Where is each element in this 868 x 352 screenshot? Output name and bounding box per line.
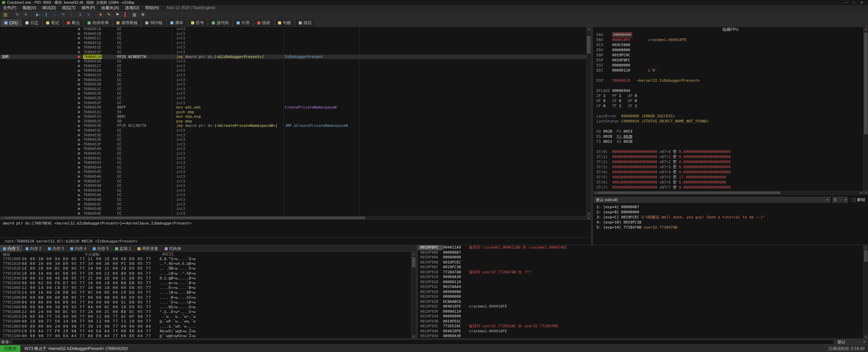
step-over-button[interactable]: ↷ bbox=[59, 12, 67, 18]
instruction-dot[interactable] bbox=[78, 203, 80, 206]
register-line[interactable]: EAX 00000000 bbox=[596, 32, 863, 37]
tab-trace[interactable]: 跟踪 bbox=[295, 19, 315, 26]
disasm-row[interactable]: 7680A5355Dpop ebp bbox=[0, 119, 586, 124]
instruction-dot[interactable] bbox=[78, 134, 80, 136]
scroll-track[interactable] bbox=[864, 31, 868, 190]
scroll-down-arrow[interactable]: ▾ bbox=[864, 190, 868, 195]
dump-tab-struct[interactable]: 结构体 bbox=[162, 245, 185, 252]
stack-row[interactable]: 0019F93000000110 bbox=[418, 309, 863, 314]
instruction-dot[interactable] bbox=[78, 70, 80, 72]
dump-row[interactable]: 7795104030 00 32 00 40 D8 95 77 2C 00 2E… bbox=[0, 276, 411, 281]
tab-breakpoints[interactable]: 断点 bbox=[63, 19, 84, 26]
disasm-row[interactable]: 7680A54ACCint3 bbox=[0, 193, 586, 197]
tab-symbols[interactable]: 符号 bbox=[187, 19, 208, 26]
pause-button[interactable]: ∥ bbox=[42, 12, 50, 18]
stack-row[interactable]: 0019F9080019FCEC bbox=[418, 260, 863, 265]
depth-spinner[interactable]: 5 ▴▾ bbox=[832, 197, 848, 203]
register-line[interactable]: LastStatus C0000034 (STATUS_OBJECT_NAME_… bbox=[596, 119, 863, 124]
stack-row[interactable]: 0019F928DCBAABCD bbox=[418, 299, 863, 305]
disasm-row[interactable]: 7680A52BCCint3 bbox=[0, 82, 586, 87]
disasm-hscrollbar[interactable]: ◂ ▸ bbox=[0, 216, 591, 220]
instruction-dot[interactable] bbox=[78, 166, 80, 169]
dump-row[interactable]: 7795101008 00 2A 00 34 D9 95 77 34 00 36… bbox=[0, 261, 411, 266]
stack-row[interactable]: 0019F91C00250AA4 bbox=[418, 285, 863, 290]
register-line[interactable]: GS 002B FS 0053 bbox=[596, 129, 863, 134]
menu-item-0[interactable]: 文件(F) bbox=[0, 5, 19, 11]
register-line[interactable]: EBX 004010FE crackme1.004010FE bbox=[596, 37, 863, 42]
scroll-thumb[interactable] bbox=[597, 192, 780, 194]
stack-row[interactable]: 0019F9380019FD1C bbox=[418, 319, 863, 324]
disasm-row[interactable]: 7680A54CCCint3 bbox=[0, 202, 586, 207]
dump-tab-memory-5[interactable]: 内存 5 bbox=[90, 245, 112, 252]
dump-row[interactable]: 7795100036 00 38 00 94 D9 95 77 1C 00 1E… bbox=[0, 257, 411, 261]
menu-item-5[interactable]: 收藏夹(A) bbox=[98, 5, 122, 11]
stack-row[interactable]: 0019F94400060A30 bbox=[418, 334, 863, 338]
dump-tab-locals[interactable]: 局部变量 bbox=[134, 245, 162, 252]
highlight-button[interactable]: ▍ bbox=[122, 12, 130, 18]
instruction-dot[interactable] bbox=[78, 79, 80, 81]
disasm-row[interactable]: 7680A51ACCint3 bbox=[0, 27, 586, 32]
tab-handles[interactable]: 句柄 bbox=[274, 19, 295, 26]
registers-vscrollbar[interactable]: ▴ ▾ bbox=[863, 27, 868, 195]
stack-row[interactable]: 0019F8FC004011A9返回到 crackme1.004011A9 自 … bbox=[418, 245, 863, 250]
instruction-dot[interactable] bbox=[78, 33, 80, 35]
register-line[interactable]: EIP 7680A520 <kernel32.IsDebuggerPresent… bbox=[596, 78, 863, 83]
instruction-dot[interactable] bbox=[78, 42, 80, 44]
disasm-row[interactable]: 7680A54BCCint3 bbox=[0, 197, 586, 202]
scroll-thumb[interactable] bbox=[864, 250, 868, 262]
scroll-up-arrow[interactable]: ▴ bbox=[864, 245, 868, 250]
scroll-thumb[interactable] bbox=[587, 36, 591, 54]
scroll-left-arrow[interactable]: ◂ bbox=[593, 191, 597, 194]
animate-button[interactable]: » bbox=[85, 12, 92, 18]
disasm-row[interactable]: 7680A53CCCint3 bbox=[0, 128, 586, 133]
argument-row[interactable]: 2: [esp+8] 00000000 bbox=[596, 210, 867, 215]
instruction-dot[interactable] bbox=[78, 88, 80, 90]
instruction-dot[interactable] bbox=[78, 102, 80, 104]
register-line[interactable]: OF 0 SF 0 DF 0 bbox=[596, 98, 863, 103]
register-line[interactable]: ST(4) 00000000000000000000 x87r4 空 0.000… bbox=[596, 170, 863, 175]
disasm-row[interactable]: 7680A541CCint3 bbox=[0, 151, 586, 156]
scroll-down-arrow[interactable]: ▾ bbox=[587, 212, 591, 216]
hide-fpu-button[interactable]: 隐藏FPU bbox=[722, 27, 739, 32]
tab-source[interactable]: 源代码 bbox=[208, 19, 233, 26]
instruction-dot[interactable] bbox=[78, 162, 80, 164]
instruction-dot[interactable] bbox=[78, 51, 80, 53]
register-line[interactable]: ST(7) 00000000000000000000 x87r7 空 0.000… bbox=[596, 185, 863, 190]
scroll-down-arrow[interactable]: ▾ bbox=[411, 334, 416, 338]
instruction-dot[interactable] bbox=[78, 97, 80, 99]
register-line[interactable]: ST(5) 40038800000000000000 x87r5 空 17.00… bbox=[596, 175, 863, 180]
scroll-up-arrow[interactable]: ▴ bbox=[411, 252, 416, 256]
disasm-row[interactable]: 7680A528CCint3 bbox=[0, 68, 586, 73]
disasm-row[interactable]: 7680A54DCCint3 bbox=[0, 207, 586, 211]
register-line[interactable] bbox=[596, 144, 863, 149]
scroll-right-arrow[interactable]: ▸ bbox=[859, 191, 863, 194]
disasm-row[interactable]: 7680A529CCint3 bbox=[0, 73, 586, 78]
instruction-dot[interactable] bbox=[78, 93, 80, 95]
register-line[interactable]: ST(2) 00000000000000000000 x87r2 空 0.000… bbox=[596, 159, 863, 164]
scroll-thumb[interactable] bbox=[412, 257, 415, 267]
patch-button[interactable]: ✚ bbox=[97, 12, 104, 18]
tab-notes[interactable]: 笔记 bbox=[42, 19, 63, 26]
stack-row[interactable]: 0019F92400000000 bbox=[418, 294, 863, 299]
disasm-row[interactable]: 7680A5308BFFmov edi,ediCreatePrivateName… bbox=[0, 105, 586, 110]
register-line[interactable] bbox=[596, 109, 863, 114]
disasm-row[interactable]: 7680A51BCCint3 bbox=[0, 32, 586, 36]
tab-seh[interactable]: SEH链 bbox=[142, 19, 166, 26]
disasm-row[interactable]: 7680A52CCCint3 bbox=[0, 87, 586, 92]
run-to-user-code-button[interactable]: ⇓ bbox=[76, 12, 84, 18]
comment-button[interactable]: ✎ bbox=[105, 12, 113, 18]
disasm-row[interactable]: 7680A51ECCint3 bbox=[0, 45, 586, 50]
menu-item-4[interactable]: 插件(P) bbox=[78, 5, 98, 11]
instruction-dot[interactable] bbox=[78, 60, 80, 62]
dump-row[interactable]: 779510B022 00 24 00 90 DC 95 77 2A 00 2C… bbox=[0, 310, 411, 314]
instruction-dot[interactable] bbox=[78, 116, 80, 118]
disasm-row[interactable]: 7680A52FCCint3 bbox=[0, 101, 586, 105]
open-file-button[interactable]: ▨ bbox=[2, 12, 9, 18]
disasm-row[interactable]: 7680A53ECCint3 bbox=[0, 137, 586, 142]
dump-row[interactable]: 7795107014 00 16 00 28 D8 95 77 0C 00 0E… bbox=[0, 290, 411, 295]
disasm-row[interactable]: 7680A54ECCint3 bbox=[0, 211, 586, 216]
tab-script[interactable]: 脚本 bbox=[167, 19, 187, 26]
step-into-button[interactable]: ↓ bbox=[51, 12, 58, 18]
registers-hscrollbar[interactable]: ◂ ▸ bbox=[593, 191, 863, 195]
disasm-row[interactable]: 7680A53255push ebp bbox=[0, 110, 586, 115]
